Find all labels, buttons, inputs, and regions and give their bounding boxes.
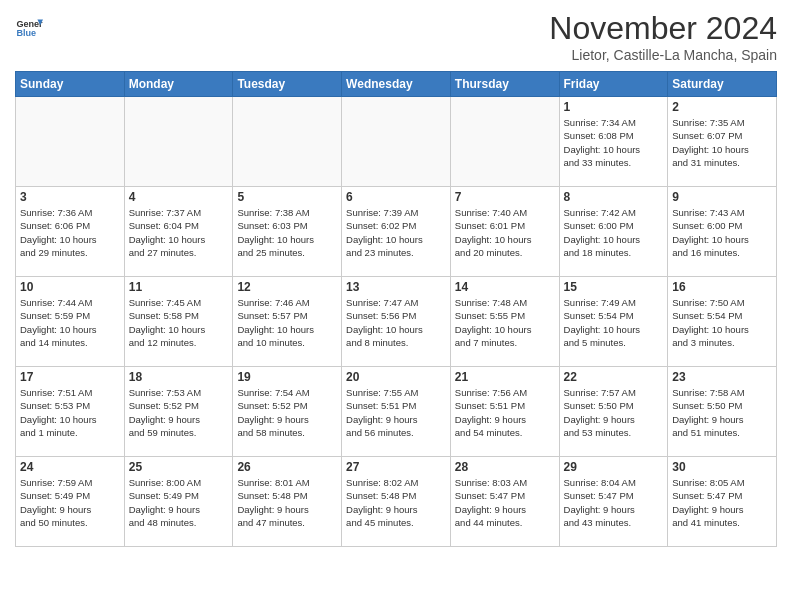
day-detail: Sunrise: 7:51 AM Sunset: 5:53 PM Dayligh… [20, 386, 120, 439]
month-title: November 2024 [549, 10, 777, 47]
day-number: 20 [346, 370, 446, 384]
day-detail: Sunrise: 7:34 AM Sunset: 6:08 PM Dayligh… [564, 116, 664, 169]
day-number: 7 [455, 190, 555, 204]
day-number: 4 [129, 190, 229, 204]
calendar-week-row: 1Sunrise: 7:34 AM Sunset: 6:08 PM Daylig… [16, 97, 777, 187]
day-number: 18 [129, 370, 229, 384]
logo: General Blue [15, 14, 43, 42]
calendar-cell: 27Sunrise: 8:02 AM Sunset: 5:48 PM Dayli… [342, 457, 451, 547]
day-detail: Sunrise: 7:43 AM Sunset: 6:00 PM Dayligh… [672, 206, 772, 259]
day-number: 17 [20, 370, 120, 384]
calendar-cell: 8Sunrise: 7:42 AM Sunset: 6:00 PM Daylig… [559, 187, 668, 277]
day-detail: Sunrise: 8:05 AM Sunset: 5:47 PM Dayligh… [672, 476, 772, 529]
calendar-cell: 26Sunrise: 8:01 AM Sunset: 5:48 PM Dayli… [233, 457, 342, 547]
day-detail: Sunrise: 8:03 AM Sunset: 5:47 PM Dayligh… [455, 476, 555, 529]
calendar-cell: 17Sunrise: 7:51 AM Sunset: 5:53 PM Dayli… [16, 367, 125, 457]
day-number: 21 [455, 370, 555, 384]
day-number: 30 [672, 460, 772, 474]
calendar-cell [233, 97, 342, 187]
day-detail: Sunrise: 7:44 AM Sunset: 5:59 PM Dayligh… [20, 296, 120, 349]
calendar-cell: 12Sunrise: 7:46 AM Sunset: 5:57 PM Dayli… [233, 277, 342, 367]
weekday-header: Tuesday [233, 72, 342, 97]
day-number: 26 [237, 460, 337, 474]
day-number: 1 [564, 100, 664, 114]
weekday-header: Thursday [450, 72, 559, 97]
day-detail: Sunrise: 7:35 AM Sunset: 6:07 PM Dayligh… [672, 116, 772, 169]
calendar-cell: 20Sunrise: 7:55 AM Sunset: 5:51 PM Dayli… [342, 367, 451, 457]
day-detail: Sunrise: 7:57 AM Sunset: 5:50 PM Dayligh… [564, 386, 664, 439]
day-detail: Sunrise: 7:45 AM Sunset: 5:58 PM Dayligh… [129, 296, 229, 349]
day-number: 24 [20, 460, 120, 474]
calendar-cell: 9Sunrise: 7:43 AM Sunset: 6:00 PM Daylig… [668, 187, 777, 277]
svg-text:Blue: Blue [16, 28, 36, 38]
location-label: Lietor, Castille-La Mancha, Spain [549, 47, 777, 63]
calendar-cell [16, 97, 125, 187]
day-number: 14 [455, 280, 555, 294]
title-block: November 2024 Lietor, Castille-La Mancha… [549, 10, 777, 63]
day-detail: Sunrise: 7:48 AM Sunset: 5:55 PM Dayligh… [455, 296, 555, 349]
day-detail: Sunrise: 7:40 AM Sunset: 6:01 PM Dayligh… [455, 206, 555, 259]
calendar-cell [124, 97, 233, 187]
day-number: 8 [564, 190, 664, 204]
day-detail: Sunrise: 7:58 AM Sunset: 5:50 PM Dayligh… [672, 386, 772, 439]
day-detail: Sunrise: 7:42 AM Sunset: 6:00 PM Dayligh… [564, 206, 664, 259]
day-number: 29 [564, 460, 664, 474]
day-detail: Sunrise: 7:46 AM Sunset: 5:57 PM Dayligh… [237, 296, 337, 349]
calendar-week-row: 3Sunrise: 7:36 AM Sunset: 6:06 PM Daylig… [16, 187, 777, 277]
day-number: 11 [129, 280, 229, 294]
calendar-cell: 21Sunrise: 7:56 AM Sunset: 5:51 PM Dayli… [450, 367, 559, 457]
calendar-cell: 25Sunrise: 8:00 AM Sunset: 5:49 PM Dayli… [124, 457, 233, 547]
calendar-cell: 18Sunrise: 7:53 AM Sunset: 5:52 PM Dayli… [124, 367, 233, 457]
day-detail: Sunrise: 7:50 AM Sunset: 5:54 PM Dayligh… [672, 296, 772, 349]
day-number: 28 [455, 460, 555, 474]
day-detail: Sunrise: 7:59 AM Sunset: 5:49 PM Dayligh… [20, 476, 120, 529]
calendar-cell: 6Sunrise: 7:39 AM Sunset: 6:02 PM Daylig… [342, 187, 451, 277]
calendar-cell: 28Sunrise: 8:03 AM Sunset: 5:47 PM Dayli… [450, 457, 559, 547]
day-number: 23 [672, 370, 772, 384]
calendar-cell: 1Sunrise: 7:34 AM Sunset: 6:08 PM Daylig… [559, 97, 668, 187]
day-number: 25 [129, 460, 229, 474]
calendar-cell: 16Sunrise: 7:50 AM Sunset: 5:54 PM Dayli… [668, 277, 777, 367]
calendar-cell: 10Sunrise: 7:44 AM Sunset: 5:59 PM Dayli… [16, 277, 125, 367]
calendar-cell: 7Sunrise: 7:40 AM Sunset: 6:01 PM Daylig… [450, 187, 559, 277]
weekday-header: Friday [559, 72, 668, 97]
day-number: 16 [672, 280, 772, 294]
weekday-header: Sunday [16, 72, 125, 97]
day-detail: Sunrise: 7:49 AM Sunset: 5:54 PM Dayligh… [564, 296, 664, 349]
calendar-cell: 29Sunrise: 8:04 AM Sunset: 5:47 PM Dayli… [559, 457, 668, 547]
calendar-week-row: 24Sunrise: 7:59 AM Sunset: 5:49 PM Dayli… [16, 457, 777, 547]
day-detail: Sunrise: 8:00 AM Sunset: 5:49 PM Dayligh… [129, 476, 229, 529]
day-number: 5 [237, 190, 337, 204]
weekday-header: Monday [124, 72, 233, 97]
calendar-cell [342, 97, 451, 187]
day-number: 12 [237, 280, 337, 294]
day-detail: Sunrise: 8:01 AM Sunset: 5:48 PM Dayligh… [237, 476, 337, 529]
day-number: 22 [564, 370, 664, 384]
day-detail: Sunrise: 7:53 AM Sunset: 5:52 PM Dayligh… [129, 386, 229, 439]
day-detail: Sunrise: 7:38 AM Sunset: 6:03 PM Dayligh… [237, 206, 337, 259]
day-number: 9 [672, 190, 772, 204]
calendar-cell: 4Sunrise: 7:37 AM Sunset: 6:04 PM Daylig… [124, 187, 233, 277]
calendar-cell: 15Sunrise: 7:49 AM Sunset: 5:54 PM Dayli… [559, 277, 668, 367]
calendar-cell: 30Sunrise: 8:05 AM Sunset: 5:47 PM Dayli… [668, 457, 777, 547]
weekday-header: Saturday [668, 72, 777, 97]
calendar-week-row: 17Sunrise: 7:51 AM Sunset: 5:53 PM Dayli… [16, 367, 777, 457]
day-detail: Sunrise: 7:39 AM Sunset: 6:02 PM Dayligh… [346, 206, 446, 259]
day-number: 6 [346, 190, 446, 204]
calendar-cell: 2Sunrise: 7:35 AM Sunset: 6:07 PM Daylig… [668, 97, 777, 187]
weekday-header: Wednesday [342, 72, 451, 97]
calendar-cell: 23Sunrise: 7:58 AM Sunset: 5:50 PM Dayli… [668, 367, 777, 457]
day-detail: Sunrise: 7:47 AM Sunset: 5:56 PM Dayligh… [346, 296, 446, 349]
calendar-table: SundayMondayTuesdayWednesdayThursdayFrid… [15, 71, 777, 547]
calendar-cell: 5Sunrise: 7:38 AM Sunset: 6:03 PM Daylig… [233, 187, 342, 277]
day-number: 10 [20, 280, 120, 294]
weekday-header-row: SundayMondayTuesdayWednesdayThursdayFrid… [16, 72, 777, 97]
calendar-cell: 11Sunrise: 7:45 AM Sunset: 5:58 PM Dayli… [124, 277, 233, 367]
calendar-week-row: 10Sunrise: 7:44 AM Sunset: 5:59 PM Dayli… [16, 277, 777, 367]
page-header: General Blue November 2024 Lietor, Casti… [15, 10, 777, 63]
day-detail: Sunrise: 8:04 AM Sunset: 5:47 PM Dayligh… [564, 476, 664, 529]
day-detail: Sunrise: 7:36 AM Sunset: 6:06 PM Dayligh… [20, 206, 120, 259]
day-number: 13 [346, 280, 446, 294]
day-number: 2 [672, 100, 772, 114]
calendar-cell: 13Sunrise: 7:47 AM Sunset: 5:56 PM Dayli… [342, 277, 451, 367]
